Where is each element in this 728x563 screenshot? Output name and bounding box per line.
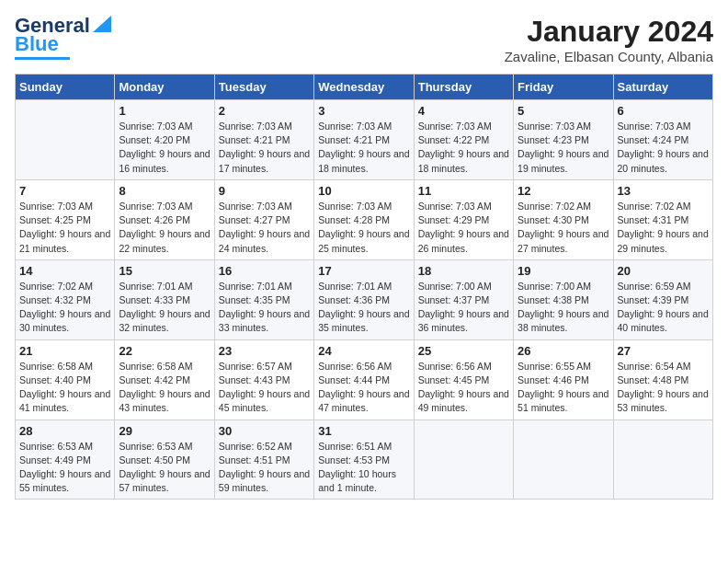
logo: General Blue bbox=[15, 15, 111, 60]
day-number: 23 bbox=[219, 344, 310, 358]
day-number: 26 bbox=[518, 344, 609, 358]
header-row: Sunday Monday Tuesday Wednesday Thursday… bbox=[16, 75, 713, 100]
calendar-cell bbox=[613, 419, 712, 500]
calendar-cell: 11Sunrise: 7:03 AMSunset: 4:29 PMDayligh… bbox=[414, 179, 513, 259]
day-number: 27 bbox=[618, 344, 709, 358]
calendar-cell: 20Sunrise: 6:59 AMSunset: 4:39 PMDayligh… bbox=[613, 259, 712, 339]
day-number: 30 bbox=[219, 424, 310, 438]
day-number: 10 bbox=[318, 184, 409, 198]
day-info: Sunrise: 7:01 AMSunset: 4:35 PMDaylight:… bbox=[219, 280, 310, 336]
day-number: 17 bbox=[318, 264, 409, 278]
day-info: Sunrise: 7:03 AMSunset: 4:21 PMDaylight:… bbox=[219, 120, 310, 176]
day-number: 6 bbox=[618, 104, 709, 118]
calendar-cell: 14Sunrise: 7:02 AMSunset: 4:32 PMDayligh… bbox=[16, 259, 115, 339]
day-info: Sunrise: 6:53 AMSunset: 4:49 PMDaylight:… bbox=[19, 440, 110, 496]
day-info: Sunrise: 7:01 AMSunset: 4:33 PMDaylight:… bbox=[119, 280, 210, 336]
day-info: Sunrise: 6:51 AMSunset: 4:53 PMDaylight:… bbox=[318, 440, 409, 496]
calendar-week-1: 7Sunrise: 7:03 AMSunset: 4:25 PMDaylight… bbox=[16, 179, 713, 259]
day-info: Sunrise: 7:03 AMSunset: 4:24 PMDaylight:… bbox=[618, 120, 709, 176]
day-number: 19 bbox=[518, 264, 609, 278]
page-header: General Blue January 2024 Zavaline, Elba… bbox=[15, 15, 713, 64]
calendar-week-2: 14Sunrise: 7:02 AMSunset: 4:32 PMDayligh… bbox=[16, 259, 713, 339]
day-info: Sunrise: 6:55 AMSunset: 4:46 PMDaylight:… bbox=[518, 360, 609, 416]
header-saturday: Saturday bbox=[613, 75, 712, 100]
header-tuesday: Tuesday bbox=[214, 75, 313, 100]
day-info: Sunrise: 7:03 AMSunset: 4:20 PMDaylight:… bbox=[119, 120, 210, 176]
day-number: 18 bbox=[418, 264, 509, 278]
calendar-cell: 5Sunrise: 7:03 AMSunset: 4:23 PMDaylight… bbox=[514, 100, 613, 180]
calendar-cell: 26Sunrise: 6:55 AMSunset: 4:46 PMDayligh… bbox=[514, 339, 613, 419]
header-sunday: Sunday bbox=[16, 75, 115, 100]
day-info: Sunrise: 6:58 AMSunset: 4:42 PMDaylight:… bbox=[119, 360, 210, 416]
calendar-week-4: 28Sunrise: 6:53 AMSunset: 4:49 PMDayligh… bbox=[16, 419, 713, 500]
day-number: 3 bbox=[318, 104, 409, 118]
header-wednesday: Wednesday bbox=[314, 75, 414, 100]
day-info: Sunrise: 6:56 AMSunset: 4:44 PMDaylight:… bbox=[318, 360, 409, 416]
day-info: Sunrise: 7:03 AMSunset: 4:25 PMDaylight:… bbox=[19, 200, 110, 256]
day-info: Sunrise: 7:00 AMSunset: 4:37 PMDaylight:… bbox=[418, 280, 509, 336]
calendar-cell: 3Sunrise: 7:03 AMSunset: 4:21 PMDaylight… bbox=[314, 100, 414, 180]
calendar-cell: 31Sunrise: 6:51 AMSunset: 4:53 PMDayligh… bbox=[314, 419, 414, 500]
day-number: 25 bbox=[418, 344, 509, 358]
day-number: 22 bbox=[119, 344, 210, 358]
calendar-cell: 22Sunrise: 6:58 AMSunset: 4:42 PMDayligh… bbox=[115, 339, 214, 419]
calendar-cell: 7Sunrise: 7:03 AMSunset: 4:25 PMDaylight… bbox=[16, 179, 115, 259]
day-info: Sunrise: 7:03 AMSunset: 4:29 PMDaylight:… bbox=[418, 200, 509, 256]
calendar-cell: 1Sunrise: 7:03 AMSunset: 4:20 PMDaylight… bbox=[115, 100, 214, 180]
day-number: 28 bbox=[19, 424, 110, 438]
svg-marker-0 bbox=[93, 16, 111, 32]
calendar-cell: 29Sunrise: 6:53 AMSunset: 4:50 PMDayligh… bbox=[115, 419, 214, 500]
day-number: 11 bbox=[418, 184, 509, 198]
calendar-cell: 27Sunrise: 6:54 AMSunset: 4:48 PMDayligh… bbox=[613, 339, 712, 419]
calendar-cell: 25Sunrise: 6:56 AMSunset: 4:45 PMDayligh… bbox=[414, 339, 513, 419]
calendar-cell: 6Sunrise: 7:03 AMSunset: 4:24 PMDaylight… bbox=[613, 100, 712, 180]
calendar-cell: 17Sunrise: 7:01 AMSunset: 4:36 PMDayligh… bbox=[314, 259, 414, 339]
day-number: 1 bbox=[119, 104, 210, 118]
calendar-cell bbox=[414, 419, 513, 500]
day-number: 2 bbox=[219, 104, 310, 118]
day-info: Sunrise: 7:03 AMSunset: 4:22 PMDaylight:… bbox=[418, 120, 509, 176]
day-number: 20 bbox=[618, 264, 709, 278]
calendar-cell: 23Sunrise: 6:57 AMSunset: 4:43 PMDayligh… bbox=[214, 339, 313, 419]
calendar-cell: 21Sunrise: 6:58 AMSunset: 4:40 PMDayligh… bbox=[16, 339, 115, 419]
day-info: Sunrise: 7:02 AMSunset: 4:31 PMDaylight:… bbox=[618, 200, 709, 256]
day-number: 7 bbox=[19, 184, 110, 198]
calendar-cell: 18Sunrise: 7:00 AMSunset: 4:37 PMDayligh… bbox=[414, 259, 513, 339]
day-info: Sunrise: 6:57 AMSunset: 4:43 PMDaylight:… bbox=[219, 360, 310, 416]
day-info: Sunrise: 6:59 AMSunset: 4:39 PMDaylight:… bbox=[618, 280, 709, 336]
calendar-week-0: 1Sunrise: 7:03 AMSunset: 4:20 PMDaylight… bbox=[16, 100, 713, 180]
calendar-cell bbox=[514, 419, 613, 500]
day-info: Sunrise: 6:53 AMSunset: 4:50 PMDaylight:… bbox=[119, 440, 210, 496]
logo-underline bbox=[15, 57, 70, 60]
day-number: 31 bbox=[318, 424, 409, 438]
day-number: 12 bbox=[518, 184, 609, 198]
logo-blue: Blue bbox=[15, 33, 59, 55]
day-number: 15 bbox=[119, 264, 210, 278]
calendar-table: Sunday Monday Tuesday Wednesday Thursday… bbox=[15, 74, 713, 500]
day-number: 14 bbox=[19, 264, 110, 278]
day-info: Sunrise: 6:52 AMSunset: 4:51 PMDaylight:… bbox=[219, 440, 310, 496]
calendar-cell: 19Sunrise: 7:00 AMSunset: 4:38 PMDayligh… bbox=[514, 259, 613, 339]
day-info: Sunrise: 7:03 AMSunset: 4:28 PMDaylight:… bbox=[318, 200, 409, 256]
location-subtitle: Zavaline, Elbasan County, Albania bbox=[505, 49, 713, 64]
calendar-cell: 2Sunrise: 7:03 AMSunset: 4:21 PMDaylight… bbox=[214, 100, 313, 180]
header-monday: Monday bbox=[115, 75, 214, 100]
month-title: January 2024 bbox=[505, 15, 713, 49]
calendar-cell: 10Sunrise: 7:03 AMSunset: 4:28 PMDayligh… bbox=[314, 179, 414, 259]
calendar-cell: 4Sunrise: 7:03 AMSunset: 4:22 PMDaylight… bbox=[414, 100, 513, 180]
day-number: 9 bbox=[219, 184, 310, 198]
day-info: Sunrise: 7:02 AMSunset: 4:32 PMDaylight:… bbox=[19, 280, 110, 336]
calendar-cell bbox=[16, 100, 115, 180]
calendar-cell: 15Sunrise: 7:01 AMSunset: 4:33 PMDayligh… bbox=[115, 259, 214, 339]
day-number: 24 bbox=[318, 344, 409, 358]
day-info: Sunrise: 6:58 AMSunset: 4:40 PMDaylight:… bbox=[19, 360, 110, 416]
calendar-cell: 9Sunrise: 7:03 AMSunset: 4:27 PMDaylight… bbox=[214, 179, 313, 259]
calendar-week-3: 21Sunrise: 6:58 AMSunset: 4:40 PMDayligh… bbox=[16, 339, 713, 419]
header-friday: Friday bbox=[514, 75, 613, 100]
calendar-cell: 28Sunrise: 6:53 AMSunset: 4:49 PMDayligh… bbox=[16, 419, 115, 500]
day-info: Sunrise: 7:03 AMSunset: 4:26 PMDaylight:… bbox=[119, 200, 210, 256]
calendar-cell: 30Sunrise: 6:52 AMSunset: 4:51 PMDayligh… bbox=[214, 419, 313, 500]
calendar-cell: 16Sunrise: 7:01 AMSunset: 4:35 PMDayligh… bbox=[214, 259, 313, 339]
day-number: 5 bbox=[518, 104, 609, 118]
day-info: Sunrise: 7:01 AMSunset: 4:36 PMDaylight:… bbox=[318, 280, 409, 336]
